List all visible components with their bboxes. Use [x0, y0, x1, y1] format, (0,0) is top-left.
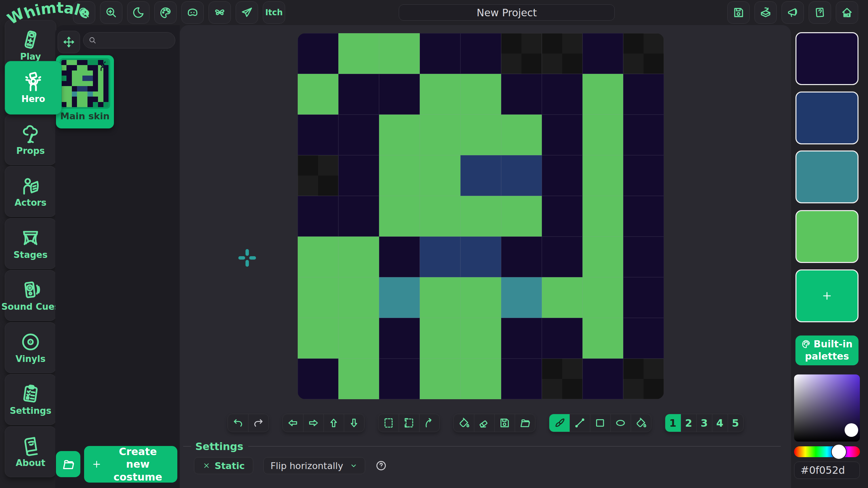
pixel-cell[interactable]	[379, 33, 420, 74]
pixel-cell[interactable]	[583, 155, 623, 196]
pixel-cell[interactable]	[542, 359, 583, 399]
add-color-swatch[interactable]	[795, 269, 859, 322]
pixel-cell[interactable]	[298, 318, 338, 359]
pixel-cell[interactable]	[501, 318, 542, 359]
pixel-cell[interactable]	[501, 196, 542, 237]
static-toggle-button[interactable]: Static	[194, 457, 253, 474]
swatch-green[interactable]	[795, 210, 859, 263]
pixel-cell[interactable]	[298, 74, 338, 115]
home-button[interactable]	[836, 1, 858, 24]
pixel-cell[interactable]	[379, 115, 420, 155]
shift-up-button[interactable]	[323, 414, 344, 432]
color-picker-area[interactable]	[794, 374, 860, 442]
flip-direction-select[interactable]: Flip horizontally	[263, 457, 365, 474]
pixel-cell[interactable]	[460, 237, 501, 277]
sidebar-item-vinyls[interactable]: Vinyls	[5, 322, 56, 373]
pixel-cell[interactable]	[338, 277, 379, 318]
brush-size-3[interactable]: 3	[696, 414, 712, 432]
pixel-cell[interactable]	[460, 74, 501, 115]
pixel-cell[interactable]	[623, 318, 664, 359]
pixel-cell[interactable]	[542, 277, 583, 318]
brush-size-2[interactable]: 2	[681, 414, 696, 432]
brush-size-1[interactable]: 1	[665, 414, 681, 432]
color-picker-cursor[interactable]	[845, 423, 858, 437]
pixel-cell[interactable]	[338, 196, 379, 237]
swatch-blue[interactable]	[795, 92, 859, 144]
select-rect-button[interactable]	[378, 414, 399, 432]
move-button[interactable]	[58, 31, 80, 53]
project-title-input[interactable]	[399, 4, 615, 21]
pixel-cell[interactable]	[298, 196, 338, 237]
pixel-cell[interactable]	[420, 318, 460, 359]
pixel-cell[interactable]	[623, 33, 664, 74]
sidebar-item-about[interactable]: About	[5, 426, 56, 477]
pixel-cell[interactable]	[379, 318, 420, 359]
pixel-cell[interactable]	[460, 277, 501, 318]
pixel-cell[interactable]	[623, 115, 664, 155]
pixel-cell[interactable]	[379, 277, 420, 318]
pixel-cell[interactable]	[623, 74, 664, 115]
redo-button[interactable]	[248, 414, 269, 432]
pixel-cell[interactable]	[501, 155, 542, 196]
pixel-cell[interactable]	[460, 33, 501, 74]
pixel-cell[interactable]	[298, 155, 338, 196]
eraser-button[interactable]	[474, 414, 494, 432]
pixel-cell[interactable]	[420, 115, 460, 155]
undo-button[interactable]	[228, 414, 248, 432]
shift-left-button[interactable]	[283, 414, 303, 432]
costume-card-main-skin[interactable]: Main skin	[56, 55, 114, 128]
pixel-cell[interactable]	[583, 318, 623, 359]
pixel-cell[interactable]	[379, 359, 420, 399]
sidebar-item-stages[interactable]: Stages	[5, 218, 56, 269]
sidebar-item-settings[interactable]: Settings	[5, 374, 56, 425]
line-tool-button[interactable]	[570, 414, 590, 432]
pixel-cell[interactable]	[542, 237, 583, 277]
help-icon[interactable]	[375, 460, 387, 471]
pixel-cell[interactable]	[420, 33, 460, 74]
builtin-palettes-button[interactable]: Built-in palettes	[795, 336, 859, 365]
fill-bucket-button[interactable]	[454, 414, 474, 432]
announcements-button[interactable]	[782, 1, 804, 24]
pixel-cell[interactable]	[298, 33, 338, 74]
pixel-cell[interactable]	[501, 237, 542, 277]
pixel-cell[interactable]	[583, 196, 623, 237]
pixel-cell[interactable]	[542, 33, 583, 74]
search-input[interactable]	[100, 36, 170, 45]
sidebar-item-props[interactable]: Props	[5, 114, 56, 165]
pixel-cell[interactable]	[298, 359, 338, 399]
pixel-cell[interactable]	[298, 115, 338, 155]
pixel-cell[interactable]	[583, 237, 623, 277]
pixel-cell[interactable]	[298, 237, 338, 277]
itch-button[interactable]: Itch	[263, 1, 285, 24]
save-button[interactable]	[727, 1, 750, 24]
zoom-in-button[interactable]	[100, 1, 122, 24]
pixel-cell[interactable]	[542, 155, 583, 196]
discord-button[interactable]	[181, 1, 204, 24]
hex-color-input[interactable]	[794, 462, 860, 479]
pixel-cell[interactable]	[542, 115, 583, 155]
pixel-canvas[interactable]	[298, 33, 664, 399]
brush-size-5[interactable]: 5	[728, 414, 743, 432]
pixel-cell[interactable]	[583, 277, 623, 318]
pixel-cell[interactable]	[379, 155, 420, 196]
pixel-cell[interactable]	[338, 115, 379, 155]
stamp-save-button[interactable]	[494, 414, 515, 432]
shift-right-button[interactable]	[303, 414, 323, 432]
pixel-cell[interactable]	[501, 33, 542, 74]
pixel-cell[interactable]	[420, 359, 460, 399]
pixel-cell[interactable]	[420, 237, 460, 277]
brush-size-4[interactable]: 4	[712, 414, 728, 432]
create-costume-button[interactable]: Create new costume	[84, 446, 177, 483]
pixel-cell[interactable]	[542, 196, 583, 237]
pixel-cell[interactable]	[623, 196, 664, 237]
pixel-cell[interactable]	[420, 155, 460, 196]
swatch-teal[interactable]	[795, 150, 859, 203]
pixel-cell[interactable]	[623, 277, 664, 318]
pixel-cell[interactable]	[420, 74, 460, 115]
pixel-cell[interactable]	[420, 196, 460, 237]
pixel-cell[interactable]	[501, 74, 542, 115]
pixel-cell[interactable]	[583, 115, 623, 155]
sidebar-item-actors[interactable]: Actors	[5, 166, 56, 217]
pixel-cell[interactable]	[460, 318, 501, 359]
swatch-dark-navy[interactable]	[795, 32, 859, 85]
